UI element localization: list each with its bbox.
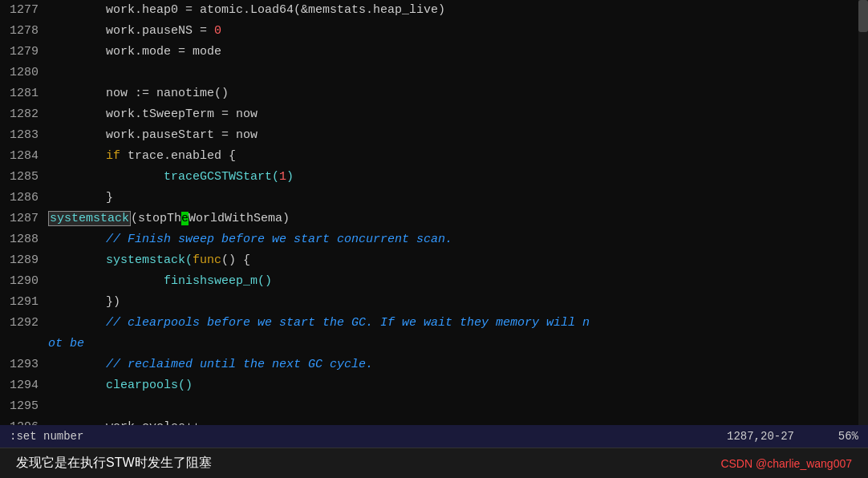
line-number: 1291 [0, 292, 48, 313]
line-content: if trace.enabled { [48, 146, 868, 167]
line-content: finishsweep_m() [48, 271, 868, 292]
line-number: 1293 [0, 354, 48, 375]
status-mode: :set number [10, 430, 727, 443]
code-line: 1282 work.tSweepTerm = now [0, 104, 868, 125]
line-number: 1296 [0, 417, 48, 425]
line-number: 1282 [0, 104, 48, 125]
caption-bar: 发现它是在执行STW时发生了阻塞 CSDN @charlie_wang007 [0, 448, 868, 478]
code-line: 1277 work.heap0 = atomic.Load64(&memstat… [0, 0, 868, 21]
line-number: 1279 [0, 42, 48, 63]
line-number: 1278 [0, 21, 48, 42]
line-number: 1277 [0, 0, 48, 21]
line-content: work.mode = mode [48, 42, 868, 63]
line-content: now := nanotime() [48, 83, 868, 104]
code-line: 1293 // reclaimed until the next GC cycl… [0, 354, 868, 375]
code-editor: 1277 work.heap0 = atomic.Load64(&memstat… [0, 0, 868, 425]
line-content: systemstack(stopTheWorldWithSema) [48, 209, 868, 229]
line-number: 1285 [0, 167, 48, 188]
code-line: 1289 systemstack(func() { [0, 250, 868, 271]
line-content: systemstack(func() { [48, 250, 868, 271]
line-content: // Finish sweep before we start concurre… [48, 229, 868, 250]
status-percent: 56% [810, 430, 858, 443]
code-line: 1284 if trace.enabled { [0, 146, 868, 167]
line-number: 1287 [0, 209, 48, 229]
caption-author: CSDN @charlie_wang007 [720, 457, 852, 470]
status-position: 1287,20-27 [727, 430, 794, 443]
scrollbar[interactable] [858, 0, 868, 425]
code-line: 1281 now := nanotime() [0, 83, 868, 104]
line-content: traceGCSTWStart(1) [48, 167, 868, 188]
line-content: // clearpools before we start the GC. If… [48, 313, 868, 334]
line-content: work.tSweepTerm = now [48, 104, 868, 125]
code-line: 1278 work.pauseNS = 0 [0, 21, 868, 42]
code-line: 1290 finishsweep_m() [0, 271, 868, 292]
line-number: 1294 [0, 375, 48, 396]
line-content: work.heap0 = atomic.Load64(&memstats.hea… [48, 0, 868, 21]
line-content: work.cycles++ [48, 417, 868, 425]
statusbar: :set number 1287,20-27 56% [0, 425, 868, 448]
code-line: 1283 work.pauseStart = now [0, 125, 868, 146]
line-number: 1289 [0, 250, 48, 271]
line-content: } [48, 188, 868, 209]
line-content: work.pauseNS = 0 [48, 21, 868, 42]
line-number: 1284 [0, 146, 48, 167]
line-number: 1280 [0, 63, 48, 83]
code-line: 1291 }) [0, 292, 868, 313]
code-line: 1296 work.cycles++ [0, 417, 868, 425]
code-line-continuation: ot be [0, 334, 868, 354]
code-line: 1279 work.mode = mode [0, 42, 868, 63]
code-line: 1288 // Finish sweep before we start con… [0, 229, 868, 250]
line-number: 1283 [0, 125, 48, 146]
code-line: 1285 traceGCSTWStart(1) [0, 167, 868, 188]
line-number: 1292 [0, 313, 48, 334]
code-line: 1292 // clearpools before we start the G… [0, 313, 868, 334]
line-number: 1286 [0, 188, 48, 209]
code-line: 1287systemstack(stopTheWorldWithSema) [0, 209, 868, 229]
line-content: clearpools() [48, 375, 868, 396]
code-line: 1286 } [0, 188, 868, 209]
line-number: 1288 [0, 229, 48, 250]
line-content: work.pauseStart = now [48, 125, 868, 146]
line-number: 1295 [0, 396, 48, 417]
code-line: 1294 clearpools() [0, 375, 868, 396]
line-number: 1281 [0, 83, 48, 104]
line-content: }) [48, 292, 868, 313]
line-number: 1290 [0, 271, 48, 292]
code-line: 1295 [0, 396, 868, 417]
code-line: 1280 [0, 63, 868, 83]
line-content: // reclaimed until the next GC cycle. [48, 354, 868, 375]
caption-text: 发现它是在执行STW时发生了阻塞 [16, 455, 212, 472]
